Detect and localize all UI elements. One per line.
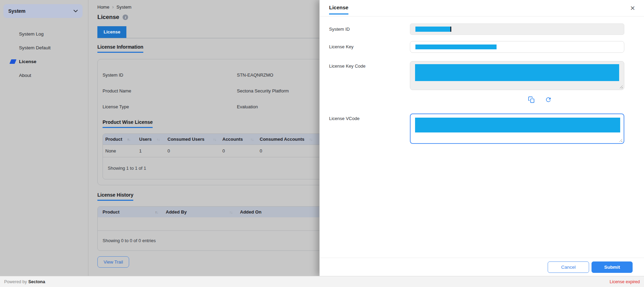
submit-button[interactable]: Submit — [592, 261, 633, 273]
resize-handle[interactable] — [619, 138, 622, 142]
page-title: License — [97, 14, 119, 21]
drawer-field-system-id: System ID — [320, 23, 644, 35]
key-code-actions — [329, 96, 553, 103]
sidebar-item-system-log[interactable]: System Log — [0, 27, 88, 41]
powered-by-text: Powered by — [4, 279, 27, 284]
sort-icon[interactable]: ↑↓ — [156, 137, 160, 141]
breadcrumb-system[interactable]: System — [116, 4, 131, 10]
column-header-added-by[interactable]: Added By ↑↓ — [166, 209, 240, 215]
sidebar-item-label: About — [19, 73, 31, 78]
cell-product: None — [105, 148, 139, 154]
field-value: STN-EAQNRZMO — [237, 72, 273, 78]
license-key-input[interactable] — [410, 41, 624, 53]
tab-license[interactable]: License — [97, 26, 126, 38]
sidebar-item-license[interactable]: License — [0, 55, 88, 68]
sort-icon[interactable]: ↑↓ — [127, 137, 130, 141]
app-footer: Powered bySectona License expired — [0, 276, 644, 287]
column-label: Accounts — [222, 137, 243, 142]
license-drawer: License ✕ System ID License Key License … — [319, 0, 644, 276]
sidebar-item-label: System Default — [19, 45, 51, 50]
license-expired-status: License expired — [609, 279, 640, 284]
info-icon[interactable]: i — [123, 14, 128, 20]
field-label: Product Name — [103, 88, 237, 93]
column-label: Product — [105, 137, 122, 142]
column-label: Added On — [240, 209, 261, 215]
redacted-license-key-value — [415, 44, 497, 49]
column-header-consumed-users[interactable]: Consumed Users ↑↓ — [167, 137, 222, 142]
brand-name: Sectona — [28, 279, 45, 284]
redacted-license-key-code-value — [415, 64, 619, 81]
sidebar-module-selector[interactable]: System — [3, 4, 83, 18]
field-value: Sectona Security Platform — [237, 88, 289, 93]
sort-icon[interactable]: ↑↓ — [213, 137, 216, 141]
column-label: Users — [139, 137, 152, 142]
sort-icon[interactable]: ↑↓ — [309, 137, 313, 141]
column-header-product[interactable]: Product ↑↓ — [105, 137, 139, 142]
drawer-field-license-key: License Key — [320, 41, 644, 53]
license-vcode-textarea[interactable] — [410, 113, 624, 144]
cell-consumed-users: 0 — [167, 148, 222, 154]
breadcrumb-separator-icon: › — [112, 4, 114, 10]
chevron-down-icon — [74, 10, 78, 12]
sidebar-item-label: System Log — [19, 31, 44, 37]
system-id-input — [410, 23, 624, 35]
view-trail-button[interactable]: View Trail — [97, 256, 129, 268]
sidebar-item-about[interactable]: About — [0, 68, 88, 82]
field-label: License Type — [103, 104, 237, 109]
field-label: License VCode — [329, 113, 410, 144]
drawer-body: System ID License Key License Key Code — [320, 23, 644, 144]
drawer-title: License — [329, 4, 348, 14]
drawer-header: License ✕ — [320, 0, 644, 17]
sidebar-item-system-default[interactable]: System Default — [0, 41, 88, 55]
sort-icon[interactable]: ↑↓ — [155, 210, 158, 214]
field-value: Evaluation — [237, 104, 258, 109]
license-key-code-textarea — [410, 61, 624, 90]
sort-icon[interactable]: ↑↓ — [229, 210, 232, 214]
redacted-system-id-value — [415, 27, 451, 32]
column-header-accounts[interactable]: Accounts ↑↓ — [222, 137, 260, 142]
resize-handle[interactable] — [619, 85, 623, 88]
cell-accounts: 0 — [222, 148, 260, 154]
cancel-button[interactable]: Cancel — [548, 261, 589, 273]
column-label: Added By — [166, 209, 187, 215]
field-label: System ID — [329, 23, 410, 35]
close-icon[interactable]: ✕ — [628, 4, 637, 12]
column-label: Product — [103, 209, 119, 215]
column-label: Consumed Users — [167, 137, 204, 142]
column-header-users[interactable]: Users ↑↓ — [139, 137, 167, 142]
column-header-product[interactable]: Product ↑↓ — [103, 209, 166, 215]
field-label: System ID — [103, 72, 237, 78]
license-active-icon — [9, 59, 16, 64]
sidebar: System System Log System Default License… — [0, 0, 88, 276]
drawer-field-license-vcode: License VCode — [320, 113, 644, 144]
field-label: License Key Code — [329, 61, 410, 90]
sidebar-item-label: License — [19, 59, 36, 64]
refresh-icon[interactable] — [545, 96, 552, 103]
sort-icon[interactable]: ↑↓ — [250, 137, 253, 141]
field-label: License Key — [329, 41, 410, 53]
sidebar-items: System Log System Default License About — [0, 18, 88, 82]
copy-icon[interactable] — [528, 96, 535, 103]
column-label: Consumed Accounts — [260, 137, 305, 142]
cell-users: 1 — [139, 148, 167, 154]
powered-by: Powered bySectona — [4, 279, 45, 284]
redacted-license-vcode-value — [415, 118, 620, 132]
drawer-footer: Cancel Submit — [320, 258, 644, 276]
sidebar-module-label: System — [8, 8, 26, 14]
drawer-field-license-key-code: License Key Code — [320, 61, 644, 90]
breadcrumb-home[interactable]: Home — [97, 4, 109, 10]
